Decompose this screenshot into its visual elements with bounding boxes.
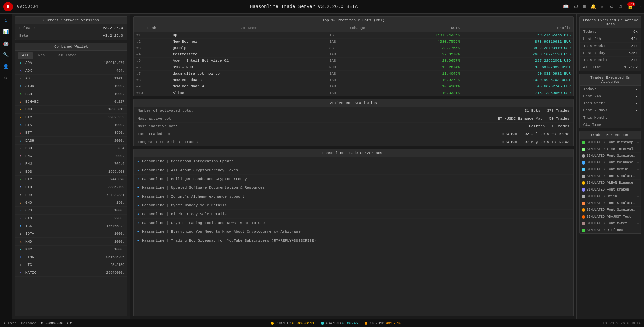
coin-name: GNO <box>25 201 44 205</box>
account-row: SIMULATED time_intervals - <box>580 146 641 153</box>
tag-icon[interactable]: 🏷 <box>573 4 578 9</box>
sidebar-home[interactable]: ⌂ <box>2 16 10 24</box>
stats-label: Most active bot: <box>138 117 173 121</box>
wallet-tab-simulated[interactable]: Simulated <box>52 52 80 59</box>
stat-row: Last 24h: 42x <box>580 35 641 43</box>
grid-icon[interactable]: ⊞ <box>583 4 586 9</box>
account-dot <box>582 148 585 151</box>
coin-name: GTO <box>25 216 44 220</box>
coin-icon: B <box>18 91 23 97</box>
trades-accounts-header: Trades Executed On Accounts <box>580 74 641 86</box>
ticker-item: BTC/USD 9925.30 <box>365 321 401 325</box>
news-text: Haasonline | Ionomy's Alchemy exchange s… <box>142 195 245 199</box>
top10-header: Top 10 Profitable Bots (ROI) <box>134 17 573 24</box>
wallet-tab-real[interactable]: Real <box>34 52 51 59</box>
sidebar-tools[interactable]: 🔧 <box>2 51 10 59</box>
wallet-box: Combined Wallet All Real Simulated A ADA… <box>15 43 127 316</box>
news-box: Haasonline Trade Server News ✦Haasonline… <box>133 149 574 316</box>
coin-name: BCH <box>25 92 44 96</box>
stats-value: 31 Bots 378 Trades <box>525 109 569 113</box>
coin-name: ENJ <box>25 162 44 166</box>
coin-amount: 106615.974 <box>44 61 124 65</box>
coin-name: BNB <box>25 107 44 111</box>
coin-name: ETH <box>25 185 44 189</box>
wallet-tab-all[interactable]: All <box>18 52 33 59</box>
news-bullet: ✦ <box>137 194 139 199</box>
news-item[interactable]: ✦Haasonline | Black Friday Sale Details <box>134 210 573 219</box>
stats-label: Last traded bot <box>138 132 171 136</box>
coin-amount: 3385.409 <box>44 185 124 189</box>
wallet-row: M MATIC 29945000. <box>15 269 127 277</box>
stat-val: 9x <box>633 30 638 34</box>
rank-cell: #5 <box>134 58 170 64</box>
sidebar-settings[interactable]: ⚙ <box>2 74 10 82</box>
news-item[interactable]: ✦Haasonline | Updated Software Documenta… <box>134 183 573 192</box>
content: Current Software Versions Release v3.2.2… <box>12 14 644 319</box>
wallet-row: L LINK 1951635.06 <box>15 253 127 261</box>
account-name: SIMULATED Font Coinbase <box>587 161 636 165</box>
account-name: SIMULATED time_intervals <box>587 147 636 151</box>
alert-icon[interactable]: 🔒 2/1 <box>627 4 633 9</box>
middle-panel: Top 10 Profitable Bots (ROI) RankBot Nam… <box>130 14 576 319</box>
sidebar-chart[interactable]: 📊 <box>2 28 10 36</box>
exit-icon[interactable]: → <box>638 4 641 9</box>
bot-name-cell: testtestete <box>170 51 327 58</box>
stat-val: - <box>635 87 638 91</box>
stat-row: Today: 9x <box>580 28 641 35</box>
account-row: SIMULATED Bitfinex - <box>580 227 641 233</box>
active-stats-header: Active Bot Statistics <box>134 99 573 107</box>
coin-icon: M <box>18 270 23 275</box>
exchange-cell: IAB <box>327 58 386 64</box>
wallet-row: B BCHABC 0.227 <box>15 98 127 106</box>
right-panel: Trades Executed On Active Bots Today: 9x… <box>576 14 644 319</box>
wallet-row: A AGI 1141. <box>15 75 127 82</box>
account-name: SIMULATED Font Simulated Huobi <box>587 201 636 205</box>
rank-cell: #7 <box>134 71 170 77</box>
wallet-row: A ADX 454. <box>15 67 127 75</box>
news-item[interactable]: ✦Haasonline | Bollinger Bands and Crypto… <box>134 175 573 183</box>
wallet-row: E ENJ 709.4 <box>15 160 127 168</box>
trades-accounts-box: Trades Executed On Accounts Today: - Las… <box>579 74 641 128</box>
coin-amount: 0.4 <box>44 147 124 150</box>
table-row: #3 gScalp SB 38.7765% 3822.28703410 USD <box>134 45 573 51</box>
coin-amount: 1000. <box>44 84 124 88</box>
rank-cell: #8 <box>134 77 170 83</box>
coin-icon: D <box>18 138 23 143</box>
stat-val: - <box>635 123 638 127</box>
coin-name: IOTA <box>25 232 44 236</box>
roi-cell: 23.0657% <box>386 58 462 64</box>
release-value: v3.2.25.0 <box>103 26 123 30</box>
wallet-table: A ADA 106615.974 A ADX 454. A AGI 1141. … <box>15 59 127 316</box>
news-text: Haasonline | Crypto Trading Tools and Ne… <box>142 221 265 225</box>
versions-release-row: Release v3.2.25.0 <box>15 24 127 32</box>
news-item[interactable]: ✦Haasonline | Crypto Trading Tools and N… <box>134 219 573 227</box>
left-panel: Current Software Versions Release v3.2.2… <box>12 14 130 319</box>
stat-label: Last 7 days: <box>583 108 610 112</box>
book-icon[interactable]: 📖 <box>563 4 569 9</box>
coin-name: BTS <box>25 123 44 127</box>
coin-icon: K <box>18 247 23 252</box>
account-row: SIMULATED Font Simulated Binance - <box>580 207 641 213</box>
coin-icon: E <box>18 161 23 167</box>
news-item[interactable]: ✦Haasonline | Trading Bot Giveaway for Y… <box>134 236 573 245</box>
bell-icon[interactable]: 🔔 <box>590 4 596 9</box>
stat-val: - <box>635 94 638 98</box>
news-item[interactable]: ✦Haasonline | Cyber Monday Sale Details <box>134 201 573 210</box>
news-item[interactable]: ✦Haasonline | Ionomy's Alchemy exchange … <box>134 192 573 201</box>
coin-name: ENG <box>25 154 44 158</box>
news-item[interactable]: ✦Haasonline | Everything You Need to Kno… <box>134 227 573 236</box>
account-row: SIMULATED Font Bitstamp - <box>580 139 641 146</box>
pencil-icon[interactable]: ✏ <box>601 4 603 9</box>
stats-row: Last traded bot New Bot 02 Jul 2019 08:1… <box>134 130 573 138</box>
balance-value: 0.00000000 BTC <box>41 321 72 325</box>
sidebar-robot[interactable]: 🤖 <box>2 39 10 47</box>
statusbar: ● Total Balance: 0.00000000 BTC PHB/BTC … <box>0 319 644 327</box>
news-items: ✦Haasonline | Cobinhood Integration Upda… <box>134 157 573 245</box>
monitor-icon[interactable]: 🖥 <box>618 4 623 9</box>
news-item[interactable]: ✦Haasonline | All About Cryptocurrency T… <box>134 166 573 175</box>
news-item[interactable]: ✦Haasonline | Cobinhood Integration Upda… <box>134 157 573 166</box>
exchange-cell: IAB <box>327 71 386 77</box>
exchange-cell: SB <box>327 45 386 51</box>
sidebar-user[interactable]: 👤 <box>2 62 10 70</box>
printer-icon[interactable]: 🖨 <box>609 4 613 9</box>
